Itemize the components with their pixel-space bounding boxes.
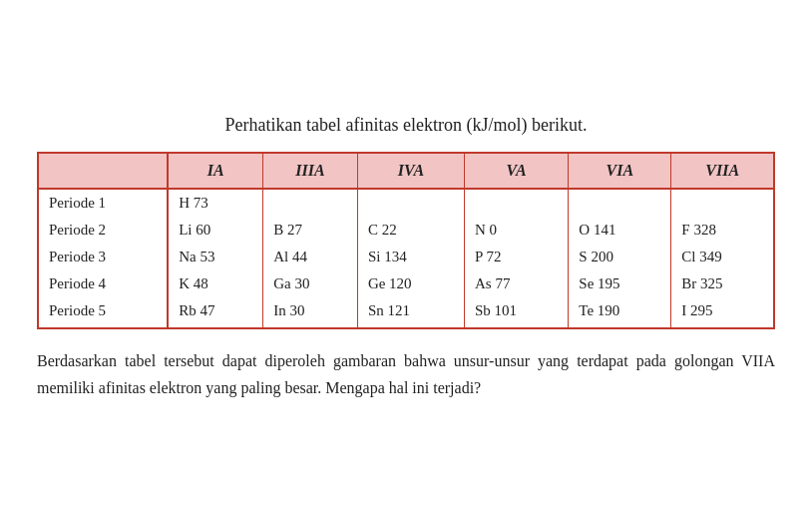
cell-r0-c0: Periode 1 xyxy=(39,189,168,217)
cell-r1-c1: Li 60 xyxy=(168,217,263,244)
cell-r0-c3 xyxy=(357,189,464,217)
cell-r2-c6: Cl 349 xyxy=(671,244,773,270)
cell-r4-c4: Sb 101 xyxy=(464,297,568,327)
main-container: Perhatikan tabel afinitas elektron (kJ/m… xyxy=(27,95,785,421)
cell-r1-c5: O 141 xyxy=(569,217,671,244)
cell-r4-c3: Sn 121 xyxy=(357,297,464,327)
electron-affinity-table: IA IIIA IVA VA VIA VIIA Periode 1H 73Per… xyxy=(39,154,773,327)
header-va: VA xyxy=(464,154,568,189)
cell-r0-c5 xyxy=(569,189,671,217)
cell-r1-c3: C 22 xyxy=(357,217,464,244)
cell-r2-c2: Al 44 xyxy=(263,244,358,270)
table-row: Periode 4K 48Ga 30Ge 120As 77Se 195Br 32… xyxy=(39,270,773,297)
cell-r1-c0: Periode 2 xyxy=(39,217,168,244)
cell-r0-c2 xyxy=(263,189,358,217)
cell-r1-c2: B 27 xyxy=(263,217,358,244)
header-iiia: IIIA xyxy=(263,154,358,189)
header-period xyxy=(39,154,168,189)
cell-r2-c3: Si 134 xyxy=(357,244,464,270)
table-row: Periode 2Li 60B 27C 22N 0O 141F 328 xyxy=(39,217,773,244)
header-via: VIA xyxy=(569,154,671,189)
cell-r3-c6: Br 325 xyxy=(671,270,773,297)
table-row: Periode 3Na 53Al 44Si 134P 72S 200Cl 349 xyxy=(39,244,773,270)
cell-r3-c0: Periode 4 xyxy=(39,270,168,297)
description-text: Berdasarkan tabel tersebut dapat diperol… xyxy=(37,347,775,401)
cell-r0-c1: H 73 xyxy=(168,189,263,217)
cell-r3-c1: K 48 xyxy=(168,270,263,297)
cell-r2-c5: S 200 xyxy=(569,244,671,270)
cell-r4-c0: Periode 5 xyxy=(39,297,168,327)
cell-r3-c4: As 77 xyxy=(464,270,568,297)
description-part1: Berdasarkan tabel tersebut dapat diperol… xyxy=(37,352,775,396)
cell-r4-c5: Te 190 xyxy=(569,297,671,327)
header-ia: IA xyxy=(168,154,263,189)
table-row: Periode 5Rb 47In 30Sn 121Sb 101Te 190I 2… xyxy=(39,297,773,327)
cell-r4-c6: I 295 xyxy=(671,297,773,327)
header-iva: IVA xyxy=(357,154,464,189)
cell-r3-c5: Se 195 xyxy=(569,270,671,297)
table-header-row: IA IIIA IVA VA VIA VIIA xyxy=(39,154,773,189)
cell-r0-c4 xyxy=(464,189,568,217)
cell-r4-c1: Rb 47 xyxy=(168,297,263,327)
cell-r1-c4: N 0 xyxy=(464,217,568,244)
cell-r3-c2: Ga 30 xyxy=(263,270,358,297)
cell-r4-c2: In 30 xyxy=(263,297,358,327)
electron-affinity-table-wrapper: IA IIIA IVA VA VIA VIIA Periode 1H 73Per… xyxy=(37,152,775,329)
cell-r0-c6 xyxy=(671,189,773,217)
page-title: Perhatikan tabel afinitas elektron (kJ/m… xyxy=(37,115,775,136)
cell-r3-c3: Ge 120 xyxy=(357,270,464,297)
cell-r2-c0: Periode 3 xyxy=(39,244,168,270)
cell-r2-c1: Na 53 xyxy=(168,244,263,270)
table-row: Periode 1H 73 xyxy=(39,189,773,217)
cell-r2-c4: P 72 xyxy=(464,244,568,270)
header-viia: VIIA xyxy=(671,154,773,189)
cell-r1-c6: F 328 xyxy=(671,217,773,244)
